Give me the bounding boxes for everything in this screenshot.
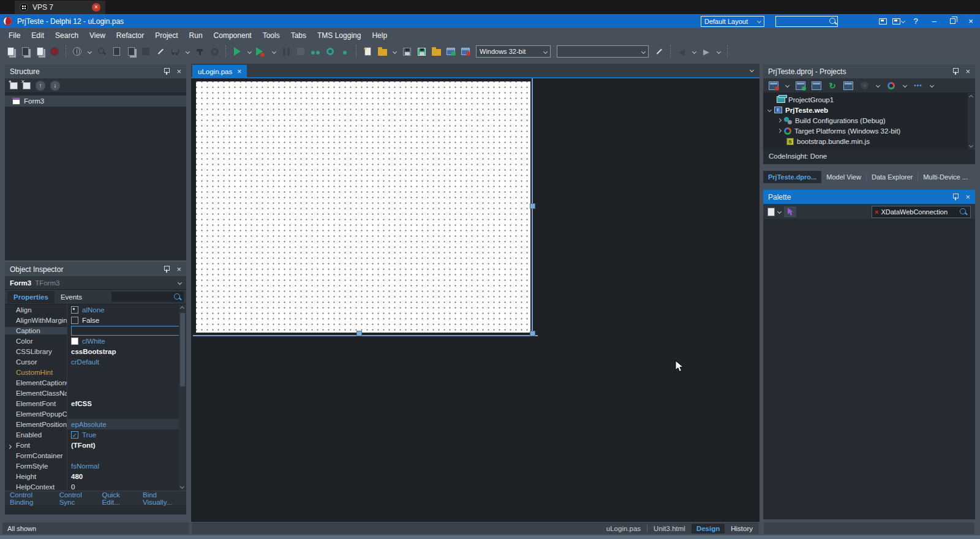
navigate-back-icon[interactable]: ◀ <box>675 44 688 59</box>
add-unit-icon[interactable] <box>794 78 807 93</box>
structure-item-form3[interactable]: Form3 <box>5 96 186 107</box>
minimize-button[interactable]: – <box>925 14 943 28</box>
tab-prjteste-dproj[interactable]: PrjTeste.dpro... <box>763 171 821 183</box>
run-debug-chevron-icon[interactable] <box>270 44 278 59</box>
property-row-elementclassname[interactable]: ElementClassNam <box>5 388 186 398</box>
remove-unit-icon[interactable] <box>810 78 823 93</box>
help-button[interactable]: ? <box>907 14 925 28</box>
palette-search-input[interactable] <box>881 208 957 216</box>
more-chevron-icon[interactable] <box>927 78 936 93</box>
projects-scrollbar[interactable] <box>968 93 975 149</box>
menu-help[interactable]: Help <box>366 29 393 42</box>
open-project-icon[interactable] <box>429 44 443 59</box>
pen-icon[interactable] <box>154 44 167 59</box>
back-chevron-icon[interactable] <box>690 44 698 59</box>
bottom-tab-design[interactable]: Design <box>692 524 725 533</box>
property-row-font[interactable]: Font (TFont) <box>5 440 186 450</box>
close-tab-icon[interactable]: × <box>237 67 241 76</box>
property-row-caption[interactable]: Caption <box>5 325 186 336</box>
form-designer[interactable] <box>191 78 760 522</box>
refresh-icon[interactable]: ↻ <box>826 78 839 93</box>
tree-item-build-configurations[interactable]: Build Configurations (Debug) <box>763 115 975 126</box>
screen-share-icon[interactable] <box>891 14 907 28</box>
navigate-forward-icon[interactable]: ▶ <box>699 44 713 59</box>
pause-button[interactable] <box>279 44 293 59</box>
hammer-icon[interactable] <box>193 44 206 59</box>
menu-tms-logging[interactable]: TMS Logging <box>312 29 366 42</box>
pin-icon[interactable] <box>164 265 169 273</box>
pin-icon[interactable] <box>952 193 958 201</box>
run-debug-button[interactable] <box>255 44 268 59</box>
remove-from-project-icon[interactable] <box>459 44 472 59</box>
cart-icon[interactable] <box>168 44 182 59</box>
duplicate-icon[interactable] <box>33 44 47 59</box>
save-icon[interactable] <box>400 44 413 59</box>
color-swatch[interactable] <box>71 337 78 345</box>
selector-tool-icon[interactable] <box>784 206 796 217</box>
step-over-icon[interactable] <box>309 44 322 59</box>
menu-search[interactable]: Search <box>50 29 84 42</box>
add-to-project-icon[interactable] <box>444 44 458 59</box>
save-all-icon[interactable] <box>415 44 428 59</box>
run-chevron-icon[interactable] <box>245 44 254 59</box>
menu-project[interactable]: Project <box>149 29 183 42</box>
delete-item-icon[interactable] <box>23 82 31 89</box>
tree-item-target-platforms[interactable]: Target Platforms (Windows 32-bit) <box>763 126 975 136</box>
tab-list-chevron-icon[interactable] <box>750 68 754 72</box>
tree-item-bootstrap-js[interactable]: S bootstrap.bundle.min.js <box>763 136 975 146</box>
property-row-elementpopupclassname[interactable]: ElementPopupCla <box>5 409 186 419</box>
copy-icon[interactable] <box>18 44 32 59</box>
link-bind-visually[interactable]: Bind Visually... <box>143 491 181 506</box>
property-row-color[interactable]: Color clWhite <box>5 336 186 346</box>
build-config-select[interactable] <box>557 45 649 58</box>
checkbox-unchecked-icon[interactable] <box>71 317 78 324</box>
platform-select[interactable]: Windows 32-bit <box>476 45 551 58</box>
resize-handle-corner[interactable] <box>530 331 535 336</box>
stop-button[interactable] <box>294 44 307 59</box>
tab-multi-device[interactable]: Multi-Device ... <box>918 171 973 183</box>
tree-item-projectgroup[interactable]: ProjectGroup1 <box>763 94 975 105</box>
open-folder-icon[interactable] <box>375 44 389 59</box>
layout-select[interactable]: Default Layout <box>701 16 764 27</box>
tree-item-prjteste-web[interactable]: PrjTeste.web <box>763 105 975 115</box>
scrollbar-thumb[interactable] <box>180 313 185 386</box>
briefcase-icon[interactable] <box>139 44 153 59</box>
property-row-formcontainer[interactable]: FormContainer <box>5 450 186 461</box>
link-control-sync[interactable]: Control Sync <box>59 491 94 506</box>
cart-chevron-icon[interactable] <box>183 44 192 59</box>
expand-icon[interactable] <box>777 129 782 133</box>
bottom-tab-history[interactable]: History <box>731 525 753 532</box>
menu-file[interactable]: File <box>3 29 26 42</box>
property-row-height[interactable]: Height 480 <box>5 471 186 481</box>
sync-edit-icon[interactable] <box>652 44 666 59</box>
resize-handle-right[interactable] <box>530 203 535 209</box>
gear-dim-icon[interactable] <box>208 44 221 59</box>
step-out-icon[interactable] <box>338 44 352 59</box>
close-icon[interactable]: × <box>965 67 970 76</box>
new-item-icon[interactable] <box>10 82 18 89</box>
paste-icon[interactable] <box>4 44 17 59</box>
browse-chevron-icon[interactable] <box>85 44 94 59</box>
expand-icon[interactable] <box>777 118 782 123</box>
brand-sphere-icon[interactable] <box>48 44 61 59</box>
pin-icon[interactable] <box>164 67 169 75</box>
close-icon[interactable]: × <box>176 265 181 274</box>
categories-chevron-icon[interactable] <box>777 209 782 214</box>
property-row-elementposition[interactable]: ElementPosition epAbsolute <box>5 419 186 429</box>
bottom-tab-ulogin[interactable]: uLogin.pas <box>606 525 641 532</box>
tab-model-view[interactable]: Model View <box>821 171 866 183</box>
property-row-formstyle[interactable]: FormStyle fsNormal <box>5 461 186 471</box>
pin-icon[interactable] <box>952 67 958 75</box>
open-chevron-icon[interactable] <box>390 44 399 59</box>
resize-handle-bottom[interactable] <box>356 331 362 336</box>
menu-tools[interactable]: Tools <box>257 29 285 42</box>
caption-edit-field[interactable] <box>71 326 181 336</box>
clear-search-icon[interactable]: × <box>875 208 878 216</box>
forward-chevron-icon[interactable] <box>714 44 723 59</box>
link-control-binding[interactable]: Control Binding <box>10 491 51 506</box>
menu-edit[interactable]: Edit <box>26 29 50 42</box>
move-up-icon[interactable]: ↑ <box>36 81 45 91</box>
ide-search-input[interactable] <box>776 18 829 25</box>
property-row-elementfont[interactable]: ElementFont efCSS <box>5 398 186 409</box>
platforms-icon[interactable] <box>884 78 898 93</box>
